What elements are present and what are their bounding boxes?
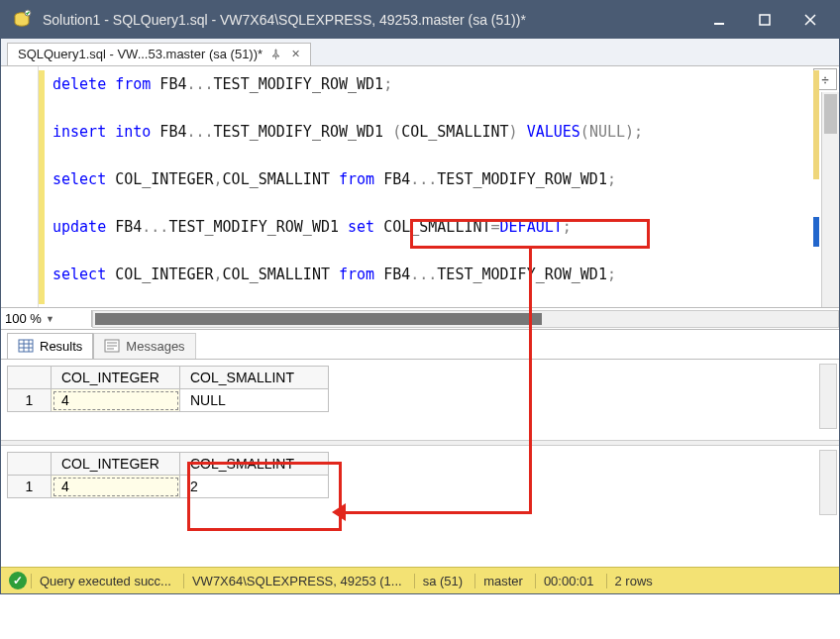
status-user: sa (51) [414, 574, 471, 588]
titlebar[interactable]: Solution1 - SQLQuery1.sql - VW7X64\SQLEX… [1, 1, 839, 39]
results-grid-2-panel: COL_INTEGER COL_SMALLINT 1 4 2 [1, 446, 839, 498]
results-tab-strip: Results Messages [1, 330, 839, 360]
status-message: Query executed succ... [31, 574, 179, 588]
grid-cell[interactable]: 4 [52, 389, 180, 412]
column-header[interactable]: COL_INTEGER [52, 453, 180, 476]
scrollbar-thumb[interactable] [95, 313, 542, 325]
grid-icon [18, 338, 34, 354]
app-window: Solution1 - SQLQuery1.sql - VW7X64\SQLEX… [0, 0, 840, 594]
results-body: COL_INTEGER COL_SMALLINT 1 4 NULL COL_IN… [1, 360, 839, 567]
minimize-button[interactable] [696, 5, 742, 35]
document-tab[interactable]: SQLQuery1.sql - VW...53.master (sa (51))… [7, 43, 311, 65]
messages-icon [104, 338, 120, 354]
grid-vertical-scrollbar[interactable] [819, 364, 837, 429]
table-row: 1 4 NULL [8, 389, 329, 412]
close-button[interactable] [788, 5, 833, 35]
svg-rect-4 [19, 340, 33, 352]
sql-editor[interactable]: delete from FB4...TEST_MODIFY_ROW_WD1; i… [1, 66, 839, 308]
overview-marker-amber [813, 70, 819, 179]
grid-cell[interactable]: 2 [180, 476, 329, 498]
grid-cell[interactable]: NULL [180, 389, 329, 412]
svg-rect-2 [714, 23, 724, 25]
window-controls [696, 5, 833, 35]
editor-horizontal-scrollbar[interactable] [92, 310, 839, 328]
results-grid-2[interactable]: COL_INTEGER COL_SMALLINT 1 4 2 [7, 452, 329, 498]
row-header[interactable]: 1 [8, 389, 52, 412]
tab-messages-label: Messages [126, 339, 184, 354]
grid-corner[interactable] [8, 453, 52, 476]
zoom-combo[interactable]: 100 % ▼ [1, 310, 92, 327]
status-rows: 2 rows [606, 574, 661, 588]
status-server: VW7X64\SQLEXPRESS, 49253 (1... [183, 574, 410, 588]
success-icon: ✓ [9, 572, 27, 589]
column-header[interactable]: COL_INTEGER [52, 367, 180, 389]
window-title: Solution1 - SQLQuery1.sql - VW7X64\SQLEX… [43, 12, 686, 28]
editor-gutter [1, 66, 39, 307]
results-grid-1-panel: COL_INTEGER COL_SMALLINT 1 4 NULL [1, 360, 839, 412]
status-bar: ✓ Query executed succ... VW7X64\SQLEXPRE… [1, 567, 839, 593]
pin-icon[interactable] [268, 48, 282, 61]
scrollbar-thumb[interactable] [824, 94, 837, 134]
grid-corner[interactable] [8, 367, 52, 389]
grid-vertical-scrollbar[interactable] [819, 450, 837, 515]
svg-rect-3 [760, 15, 770, 25]
document-tab-strip: SQLQuery1.sql - VW...53.master (sa (51))… [1, 39, 839, 66]
zoom-row: 100 % ▼ [1, 308, 839, 330]
chevron-down-icon: ▼ [46, 314, 54, 324]
tab-results[interactable]: Results [7, 333, 93, 359]
tab-messages[interactable]: Messages [93, 333, 195, 359]
column-header[interactable]: COL_SMALLINT [180, 453, 329, 476]
column-header[interactable]: COL_SMALLINT [180, 367, 329, 389]
document-tab-label: SQLQuery1.sql - VW...53.master (sa (51))… [18, 47, 262, 61]
app-icon [11, 9, 33, 31]
results-grid-1[interactable]: COL_INTEGER COL_SMALLINT 1 4 NULL [7, 366, 329, 412]
maximize-button[interactable] [742, 5, 788, 35]
zoom-value: 100 % [5, 311, 42, 326]
status-time: 00:00:01 [535, 574, 602, 588]
close-tab-icon[interactable]: ✕ [288, 48, 302, 61]
grid-cell[interactable]: 4 [52, 476, 180, 498]
status-db: master [474, 574, 531, 588]
tab-results-label: Results [40, 339, 82, 354]
change-marker [39, 70, 45, 304]
code-content[interactable]: delete from FB4...TEST_MODIFY_ROW_WD1; i… [39, 66, 811, 307]
overview-marker-blue [813, 217, 819, 247]
editor-vertical-scrollbar[interactable] [821, 92, 839, 307]
row-header[interactable]: 1 [8, 476, 52, 498]
table-row: 1 4 2 [8, 476, 329, 498]
